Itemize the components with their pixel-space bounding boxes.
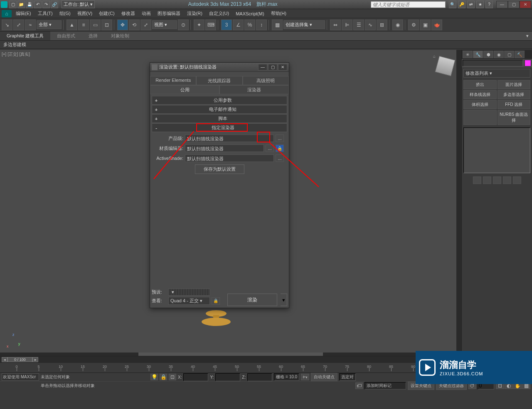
modifier-list-dropdown[interactable]: 修改器列表 ▾ <box>463 69 530 78</box>
slider-next-icon[interactable]: ▸ <box>32 357 38 362</box>
mod-btn-ffd-select[interactable]: FFD 选择 <box>498 100 531 109</box>
qat-new-icon[interactable]: ▢ <box>9 1 17 8</box>
spinner-snap-icon[interactable]: ↕ <box>256 20 267 30</box>
curve-editor-icon[interactable]: ∿ <box>365 20 376 30</box>
mod-btn-spline-select[interactable]: 样条线选择 <box>463 90 497 99</box>
display-tab-icon[interactable]: ▢ <box>504 51 514 58</box>
mirror-icon[interactable]: ⇔ <box>330 20 341 30</box>
qat-open-icon[interactable]: 📁 <box>17 1 25 8</box>
slider-handle[interactable]: 0 / 100 <box>7 357 32 362</box>
unlink-icon[interactable]: ⤢ <box>13 20 24 30</box>
layers-icon[interactable]: ☰ <box>353 20 364 30</box>
mod-btn-extrude[interactable]: 挤出 <box>463 80 497 89</box>
menu-animation[interactable]: 动画 <box>138 9 154 18</box>
rollup-assign-renderer[interactable]: - 指定渲染器 <box>152 123 287 132</box>
menu-tools[interactable]: 工具(T) <box>34 9 56 18</box>
viewcube[interactable]: ⌂ <box>435 56 456 76</box>
menu-help[interactable]: 帮助(H) <box>268 9 290 18</box>
schematic-icon[interactable]: ⊞ <box>377 20 387 30</box>
rollup-scripts[interactable]: + 脚本 <box>152 114 287 123</box>
tab-renderer[interactable]: 渲染器 <box>219 85 289 94</box>
view-lock-icon[interactable]: 🔒 <box>212 297 220 305</box>
rendered-frame-icon[interactable]: ▣ <box>420 20 431 30</box>
configure-sets-icon[interactable] <box>513 176 521 184</box>
hierarchy-tab-icon[interactable]: ⬢ <box>483 51 493 58</box>
binoculars-icon[interactable]: 🔍 <box>449 1 456 8</box>
create-tab-icon[interactable]: ✳ <box>463 51 473 58</box>
x-input[interactable] <box>183 373 208 381</box>
key-icon[interactable]: 🔑 <box>458 1 466 8</box>
activeshade-choose-button[interactable]: … <box>276 154 284 162</box>
mod-btn-vol-select[interactable]: 体积选择 <box>463 100 497 109</box>
object-color-swatch[interactable] <box>525 60 531 66</box>
z-input[interactable] <box>247 373 272 381</box>
slider-prev-icon[interactable]: ◂ <box>2 357 7 362</box>
help-search-input[interactable] <box>371 1 446 8</box>
select-object-icon[interactable]: ▲ <box>66 20 77 30</box>
time-tag-field[interactable]: 添加时间标记 <box>365 382 406 389</box>
menu-rendering[interactable]: 渲染(R) <box>184 9 206 18</box>
rollup-email[interactable]: + 电子邮件通知 <box>152 105 287 114</box>
named-selset-dropdown[interactable]: 创建选择集 ▾ <box>283 20 325 29</box>
show-result-icon[interactable] <box>483 176 491 184</box>
app-menu-icon[interactable]: ⌂ <box>2 10 12 17</box>
y-input[interactable] <box>215 373 240 381</box>
menu-grapheditors[interactable]: 图形编辑器 <box>154 9 184 18</box>
favorite-icon[interactable]: ★ <box>476 1 484 8</box>
tab-advanced-lighting[interactable]: 高级照明 <box>243 76 289 85</box>
align-icon[interactable]: ⊫ <box>342 20 352 30</box>
material-editor-icon[interactable]: ◉ <box>392 20 403 30</box>
qat-undo-icon[interactable]: ↶ <box>34 1 42 8</box>
motion-tab-icon[interactable]: ◉ <box>494 51 504 58</box>
remove-mod-icon[interactable] <box>503 176 511 184</box>
mod-btn-patch-select[interactable]: 面片选择 <box>498 80 531 89</box>
isolate-icon[interactable]: 🔒 <box>160 374 167 380</box>
select-scale-icon[interactable]: ⤢ <box>140 20 151 30</box>
tab-raytracer[interactable]: 光线跟踪器 <box>196 76 242 85</box>
scene-object-pedestal[interactable] <box>195 310 237 331</box>
close-button[interactable]: ✕ <box>520 1 531 8</box>
dialog-maximize-button[interactable]: ▢ <box>268 64 277 71</box>
render-button[interactable]: 渲染 <box>227 294 277 306</box>
lock-selection-icon[interactable]: 💡 <box>150 374 158 380</box>
menu-group[interactable]: 组(G) <box>56 9 74 18</box>
help-icon[interactable]: ? <box>485 1 493 8</box>
app-icon[interactable] <box>1 1 7 8</box>
ribbon-tab-graphite[interactable]: Graphite 建模工具 <box>0 32 50 40</box>
qat-save-icon[interactable]: 💾 <box>26 1 33 8</box>
make-unique-icon[interactable] <box>493 176 501 184</box>
window-crossing-icon[interactable]: ⊡ <box>101 20 112 30</box>
tab-common[interactable]: 公用 <box>150 85 219 94</box>
viewport-label[interactable]: [+] [正交] [真实] <box>2 51 30 57</box>
menu-maxscript[interactable]: MAXScript(M) <box>232 10 267 17</box>
viewport-scrollbar-v[interactable] <box>456 50 461 353</box>
qat-link-icon[interactable]: 🔗 <box>51 1 58 8</box>
material-lock-icon[interactable]: 🔒 <box>276 144 284 152</box>
ribbon-tab-paint[interactable]: 对象绘制 <box>104 32 136 40</box>
menu-create[interactable]: 创建(C) <box>96 9 118 18</box>
selection-filter-dropdown[interactable]: 全部 ▾ <box>37 20 62 29</box>
modify-tab-icon[interactable]: 🔧 <box>473 51 483 58</box>
bind-spacewarp-icon[interactable]: ≈ <box>25 20 36 30</box>
ref-coord-dropdown[interactable]: 视图 ▾ <box>152 20 177 29</box>
menu-modifiers[interactable]: 修改器 <box>118 9 138 18</box>
ribbon-tab-freeform[interactable]: 自由形式 <box>50 32 82 40</box>
mod-btn-nurbs-select[interactable]: NURBS 曲面选择 <box>498 110 531 125</box>
exchange-icon[interactable]: ⇄ <box>467 1 475 8</box>
render-setup-icon[interactable]: ⚙ <box>408 20 419 30</box>
render-prod-icon[interactable]: 🫖 <box>431 20 442 30</box>
qat-redo-icon[interactable]: ↷ <box>42 1 50 8</box>
autokey-button[interactable]: 自动关键点 <box>311 373 337 381</box>
percent-snap-icon[interactable]: % <box>244 20 255 30</box>
object-name-field[interactable] <box>463 60 523 66</box>
view-dropdown[interactable]: Quad 4 - 正交 ▾ <box>168 297 210 305</box>
material-choose-button[interactable]: … <box>266 144 274 152</box>
selected-dropdown[interactable]: 选定对 <box>339 373 356 381</box>
manipulate-icon[interactable]: ✦ <box>194 20 204 30</box>
angle-snap-icon[interactable]: ∠ <box>233 20 244 30</box>
pin-stack-icon[interactable] <box>473 176 481 184</box>
pivot-icon[interactable]: ⊙ <box>178 20 189 30</box>
key-icon-sb[interactable]: 🗝 <box>301 374 309 380</box>
ribbon-tab-selection[interactable]: 选择 <box>82 32 104 40</box>
select-name-icon[interactable]: ≡ <box>78 20 89 30</box>
